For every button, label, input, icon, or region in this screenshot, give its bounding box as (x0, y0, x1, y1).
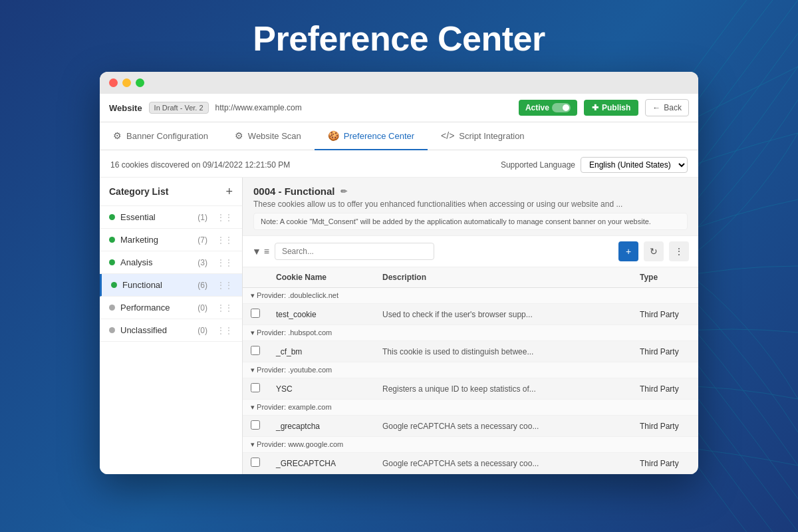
toggle-switch[interactable] (552, 103, 571, 112)
ellipsis-icon: ⋮ (674, 246, 684, 257)
unclassified-name: Unclassified (120, 325, 192, 335)
analysis-dot (109, 259, 115, 265)
cookie-toolbar: ▼ ≡ + ↻ ⋮ (243, 236, 698, 267)
cookie-table: Cookie Name Description Type ▾ (243, 267, 698, 474)
cookie-checkbox[interactable] (251, 309, 260, 318)
tab-script-label: Script Integration (459, 131, 524, 141)
cookies-table: Cookie Name Description Type ▾ (243, 267, 698, 474)
provider-arrow-icon: ▾ (251, 440, 255, 448)
provider-row: ▾ Provider: www.google.com (243, 437, 698, 453)
drag-handle-icon[interactable]: ⋮⋮ (217, 235, 233, 245)
gear-icon: ⚙ (113, 130, 122, 141)
cookie-type-cell: Third Party (632, 416, 698, 437)
category-detail-header: 0004 - Functional ✏ These cookies allow … (243, 178, 698, 236)
functional-name: Functional (122, 280, 192, 290)
cookie-desc-cell: Google reCAPTCHA sets a necessary coo... (374, 453, 632, 474)
cookie-checkbox-cell (243, 341, 268, 362)
search-input[interactable] (275, 243, 434, 260)
main-content: 16 cookies discovered on 09/14/2022 12:2… (100, 150, 698, 474)
cookie-desc-cell: Registers a unique ID to keep statistics… (374, 378, 632, 400)
provider-row: ▾ Provider: .doubleclick.net (243, 288, 698, 304)
cookie-name-cell: _grecaptcha (268, 416, 374, 437)
cookie-checkbox[interactable] (251, 420, 260, 430)
back-button[interactable]: ← Back (645, 99, 689, 116)
provider-name: ▾ Provider: example.com (243, 400, 698, 416)
marketing-name: Marketing (120, 235, 192, 245)
drag-handle-icon[interactable]: ⋮⋮ (217, 303, 233, 313)
category-item-functional[interactable]: Functional (6) ⋮⋮ (100, 274, 242, 297)
category-note: Note: A cookie "Mdt_Consent" will be add… (253, 213, 688, 230)
th-description: Description (374, 267, 632, 288)
back-arrow-icon: ← (652, 103, 660, 112)
marketing-count: (7) (198, 235, 207, 245)
category-item-unclassified[interactable]: Unclassified (0) ⋮⋮ (100, 319, 242, 342)
provider-arrow-icon: ▾ (251, 403, 255, 411)
category-item-marketing[interactable]: Marketing (7) ⋮⋮ (100, 229, 242, 251)
cookie-checkbox[interactable] (251, 383, 260, 392)
th-cookie-name: Cookie Name (268, 267, 374, 288)
tab-preference-center[interactable]: 🍪 Preference Center (315, 122, 428, 150)
split-area: Category List + Essential (1) ⋮⋮ Marketi… (100, 178, 698, 474)
unclassified-dot (109, 327, 115, 333)
cookie-name-cell: _cf_bm (268, 341, 374, 362)
cookie-desc-cell: This cookie is used to distinguish betwe… (374, 341, 632, 362)
provider-label: Provider: example.com (257, 403, 332, 411)
minimize-dot[interactable] (122, 78, 131, 87)
drag-handle-icon[interactable]: ⋮⋮ (217, 326, 233, 335)
provider-name: ▾ Provider: .hubspot.com (243, 325, 698, 341)
category-item-essential[interactable]: Essential (1) ⋮⋮ (100, 206, 242, 229)
drag-handle-icon[interactable]: ⋮⋮ (217, 213, 233, 222)
cookie-type-cell: Third Party (632, 304, 698, 325)
cookie-type-cell: Third Party (632, 453, 698, 474)
active-label: Active (525, 103, 549, 112)
performance-count: (0) (198, 303, 207, 313)
category-sidebar: Category List + Essential (1) ⋮⋮ Marketi… (100, 178, 243, 474)
edit-icon[interactable]: ✏ (340, 187, 347, 196)
active-toggle-button[interactable]: Active (519, 100, 577, 116)
category-item-performance[interactable]: Performance (0) ⋮⋮ (100, 297, 242, 319)
table-row: _cf_bm This cookie is used to distinguis… (243, 341, 698, 362)
essential-dot (109, 214, 115, 220)
table-row: test_cookie Used to check if the user's … (243, 304, 698, 325)
sidebar-header: Category List + (100, 178, 242, 206)
back-label: Back (664, 103, 682, 112)
th-checkbox (243, 267, 268, 288)
category-item-analysis[interactable]: Analysis (3) ⋮⋮ (100, 251, 242, 274)
refresh-button[interactable]: ↻ (644, 241, 664, 261)
provider-label: Provider: .hubspot.com (257, 329, 332, 336)
app-window: Website In Draft - Ver. 2 http://www.exa… (100, 72, 698, 474)
cookies-discovered-text: 16 cookies discovered on 09/14/2022 12:2… (110, 160, 290, 170)
table-header-row: Cookie Name Description Type (243, 267, 698, 288)
category-list-title: Category List (109, 186, 168, 197)
cookie-checkbox[interactable] (251, 346, 260, 355)
publish-button[interactable]: ✚ Publish (584, 100, 638, 116)
cookie-type-cell: Third Party (632, 378, 698, 400)
tab-script-integration[interactable]: </> Script Integration (428, 122, 538, 150)
essential-name: Essential (120, 212, 192, 222)
add-category-button[interactable]: + (225, 186, 233, 198)
right-panel: 0004 - Functional ✏ These cookies allow … (243, 178, 698, 474)
plus-icon: + (626, 246, 631, 257)
drag-handle-icon[interactable]: ⋮⋮ (217, 258, 233, 267)
marketing-dot (109, 237, 115, 243)
tab-website-scan[interactable]: ⚙ Website Scan (221, 122, 315, 150)
close-dot[interactable] (109, 78, 118, 87)
publish-label: Publish (602, 103, 630, 112)
language-dropdown[interactable]: English (United States) (581, 157, 688, 173)
expand-dot[interactable] (136, 78, 144, 87)
add-cookie-button[interactable]: + (618, 241, 638, 261)
tab-scan-label: Website Scan (248, 131, 301, 141)
more-options-button[interactable]: ⋮ (669, 241, 689, 261)
performance-dot (109, 305, 115, 311)
draft-badge: In Draft - Ver. 2 (149, 102, 209, 114)
url-text: http://www.example.com (215, 103, 512, 112)
tab-preference-label: Preference Center (344, 131, 414, 141)
functional-count: (6) (198, 281, 207, 290)
cookie-desc-cell: Used to check if the user's browser supp… (374, 304, 632, 325)
tab-banner-configuration[interactable]: ⚙ Banner Configuration (100, 122, 221, 150)
tabs-bar: ⚙ Banner Configuration ⚙ Website Scan 🍪 … (100, 122, 698, 150)
filter-button[interactable]: ▼ ≡ (252, 246, 269, 257)
cookie-checkbox[interactable] (251, 458, 260, 467)
category-detail-desc: These cookies allow us to offer you enha… (253, 200, 688, 209)
drag-handle-icon[interactable]: ⋮⋮ (217, 281, 233, 290)
